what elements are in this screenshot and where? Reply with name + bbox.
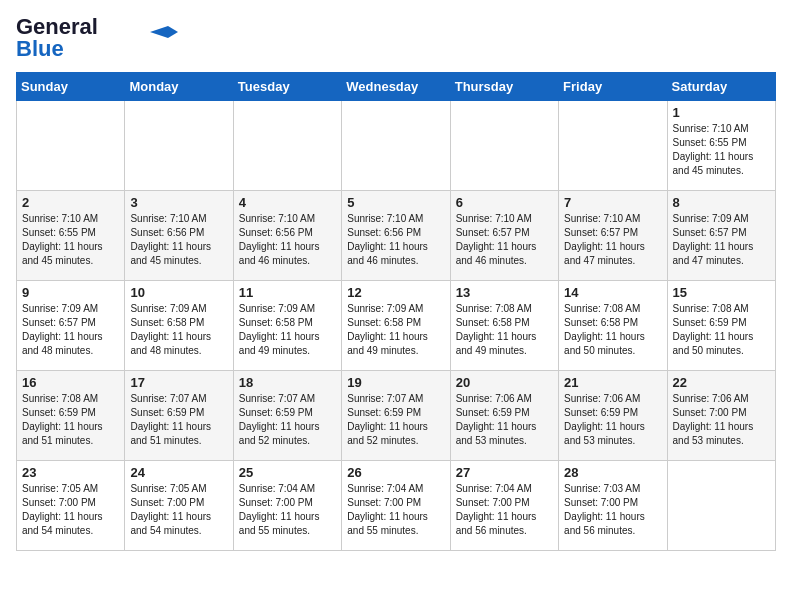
day-info: Sunrise: 7:09 AMSunset: 6:58 PMDaylight:… [130,302,227,358]
day-number: 14 [564,285,661,300]
calendar-cell: 4Sunrise: 7:10 AMSunset: 6:56 PMDaylight… [233,191,341,281]
day-number: 1 [673,105,770,120]
day-info: Sunrise: 7:04 AMSunset: 7:00 PMDaylight:… [347,482,444,538]
day-info: Sunrise: 7:05 AMSunset: 7:00 PMDaylight:… [130,482,227,538]
day-info: Sunrise: 7:08 AMSunset: 6:59 PMDaylight:… [673,302,770,358]
day-number: 6 [456,195,553,210]
day-number: 11 [239,285,336,300]
page-header: General Blue [16,16,776,60]
weekday-header-friday: Friday [559,73,667,101]
day-number: 26 [347,465,444,480]
calendar-cell: 1Sunrise: 7:10 AMSunset: 6:55 PMDaylight… [667,101,775,191]
day-number: 25 [239,465,336,480]
logo-icon [150,26,178,38]
day-info: Sunrise: 7:09 AMSunset: 6:57 PMDaylight:… [673,212,770,268]
calendar-cell: 22Sunrise: 7:06 AMSunset: 7:00 PMDayligh… [667,371,775,461]
day-number: 19 [347,375,444,390]
day-number: 22 [673,375,770,390]
day-info: Sunrise: 7:08 AMSunset: 6:59 PMDaylight:… [22,392,119,448]
calendar-cell: 12Sunrise: 7:09 AMSunset: 6:58 PMDayligh… [342,281,450,371]
day-info: Sunrise: 7:04 AMSunset: 7:00 PMDaylight:… [456,482,553,538]
day-info: Sunrise: 7:06 AMSunset: 7:00 PMDaylight:… [673,392,770,448]
day-info: Sunrise: 7:10 AMSunset: 6:57 PMDaylight:… [456,212,553,268]
calendar-body: 1Sunrise: 7:10 AMSunset: 6:55 PMDaylight… [17,101,776,551]
day-number: 4 [239,195,336,210]
calendar-cell: 19Sunrise: 7:07 AMSunset: 6:59 PMDayligh… [342,371,450,461]
day-info: Sunrise: 7:10 AMSunset: 6:56 PMDaylight:… [239,212,336,268]
day-info: Sunrise: 7:07 AMSunset: 6:59 PMDaylight:… [130,392,227,448]
day-info: Sunrise: 7:09 AMSunset: 6:57 PMDaylight:… [22,302,119,358]
day-number: 13 [456,285,553,300]
day-number: 9 [22,285,119,300]
calendar-cell: 5Sunrise: 7:10 AMSunset: 6:56 PMDaylight… [342,191,450,281]
calendar-cell [450,101,558,191]
calendar-cell [559,101,667,191]
day-number: 5 [347,195,444,210]
calendar-cell: 16Sunrise: 7:08 AMSunset: 6:59 PMDayligh… [17,371,125,461]
day-info: Sunrise: 7:10 AMSunset: 6:57 PMDaylight:… [564,212,661,268]
calendar-cell: 21Sunrise: 7:06 AMSunset: 6:59 PMDayligh… [559,371,667,461]
calendar-cell [233,101,341,191]
calendar-cell: 7Sunrise: 7:10 AMSunset: 6:57 PMDaylight… [559,191,667,281]
day-number: 28 [564,465,661,480]
weekday-header-row: SundayMondayTuesdayWednesdayThursdayFrid… [17,73,776,101]
calendar-cell: 9Sunrise: 7:09 AMSunset: 6:57 PMDaylight… [17,281,125,371]
logo: General Blue [16,16,178,60]
week-row-2: 9Sunrise: 7:09 AMSunset: 6:57 PMDaylight… [17,281,776,371]
day-info: Sunrise: 7:10 AMSunset: 6:55 PMDaylight:… [22,212,119,268]
calendar-cell: 14Sunrise: 7:08 AMSunset: 6:58 PMDayligh… [559,281,667,371]
day-number: 17 [130,375,227,390]
day-number: 12 [347,285,444,300]
calendar-cell [17,101,125,191]
day-info: Sunrise: 7:09 AMSunset: 6:58 PMDaylight:… [347,302,444,358]
calendar-cell [342,101,450,191]
logo-text: General [16,16,98,38]
day-number: 27 [456,465,553,480]
day-number: 8 [673,195,770,210]
week-row-4: 23Sunrise: 7:05 AMSunset: 7:00 PMDayligh… [17,461,776,551]
calendar-cell: 18Sunrise: 7:07 AMSunset: 6:59 PMDayligh… [233,371,341,461]
calendar-cell: 17Sunrise: 7:07 AMSunset: 6:59 PMDayligh… [125,371,233,461]
calendar-cell: 23Sunrise: 7:05 AMSunset: 7:00 PMDayligh… [17,461,125,551]
calendar-cell: 25Sunrise: 7:04 AMSunset: 7:00 PMDayligh… [233,461,341,551]
day-number: 18 [239,375,336,390]
day-info: Sunrise: 7:10 AMSunset: 6:56 PMDaylight:… [130,212,227,268]
weekday-header-sunday: Sunday [17,73,125,101]
logo-blue: Blue [16,38,64,60]
calendar-cell: 11Sunrise: 7:09 AMSunset: 6:58 PMDayligh… [233,281,341,371]
day-info: Sunrise: 7:08 AMSunset: 6:58 PMDaylight:… [456,302,553,358]
day-number: 2 [22,195,119,210]
calendar-cell: 10Sunrise: 7:09 AMSunset: 6:58 PMDayligh… [125,281,233,371]
day-number: 16 [22,375,119,390]
day-number: 7 [564,195,661,210]
calendar-cell: 27Sunrise: 7:04 AMSunset: 7:00 PMDayligh… [450,461,558,551]
calendar-cell: 15Sunrise: 7:08 AMSunset: 6:59 PMDayligh… [667,281,775,371]
calendar-cell: 2Sunrise: 7:10 AMSunset: 6:55 PMDaylight… [17,191,125,281]
calendar-cell: 8Sunrise: 7:09 AMSunset: 6:57 PMDaylight… [667,191,775,281]
weekday-header-tuesday: Tuesday [233,73,341,101]
weekday-header-thursday: Thursday [450,73,558,101]
calendar: SundayMondayTuesdayWednesdayThursdayFrid… [16,72,776,551]
day-number: 15 [673,285,770,300]
day-info: Sunrise: 7:04 AMSunset: 7:00 PMDaylight:… [239,482,336,538]
calendar-cell: 13Sunrise: 7:08 AMSunset: 6:58 PMDayligh… [450,281,558,371]
week-row-3: 16Sunrise: 7:08 AMSunset: 6:59 PMDayligh… [17,371,776,461]
calendar-cell: 24Sunrise: 7:05 AMSunset: 7:00 PMDayligh… [125,461,233,551]
day-number: 24 [130,465,227,480]
day-number: 23 [22,465,119,480]
day-info: Sunrise: 7:05 AMSunset: 7:00 PMDaylight:… [22,482,119,538]
day-number: 20 [456,375,553,390]
calendar-cell: 20Sunrise: 7:06 AMSunset: 6:59 PMDayligh… [450,371,558,461]
day-info: Sunrise: 7:06 AMSunset: 6:59 PMDaylight:… [456,392,553,448]
day-info: Sunrise: 7:10 AMSunset: 6:56 PMDaylight:… [347,212,444,268]
calendar-cell: 6Sunrise: 7:10 AMSunset: 6:57 PMDaylight… [450,191,558,281]
day-info: Sunrise: 7:03 AMSunset: 7:00 PMDaylight:… [564,482,661,538]
day-number: 3 [130,195,227,210]
calendar-cell: 28Sunrise: 7:03 AMSunset: 7:00 PMDayligh… [559,461,667,551]
day-info: Sunrise: 7:08 AMSunset: 6:58 PMDaylight:… [564,302,661,358]
day-info: Sunrise: 7:07 AMSunset: 6:59 PMDaylight:… [239,392,336,448]
weekday-header-wednesday: Wednesday [342,73,450,101]
calendar-cell: 3Sunrise: 7:10 AMSunset: 6:56 PMDaylight… [125,191,233,281]
day-info: Sunrise: 7:07 AMSunset: 6:59 PMDaylight:… [347,392,444,448]
weekday-header-saturday: Saturday [667,73,775,101]
